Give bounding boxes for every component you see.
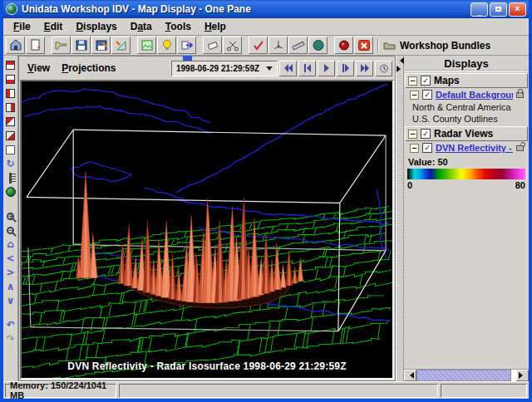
redo-icon[interactable]: ↷ [4,332,17,346]
home-view-icon[interactable]: ⌂ [4,238,17,251]
radar-isosurface-scene [22,81,392,378]
memory-status: Memory: 150/224/1041 MB [5,384,116,398]
step-forward-button[interactable] [337,61,354,76]
measure-button[interactable] [288,37,308,54]
menu-tools[interactable]: Tools [159,19,198,34]
toolbar-separator [377,38,378,52]
globe-view-icon[interactable] [4,185,17,199]
time-slider-marker[interactable] [183,56,192,61]
collapse-toggle-icon[interactable]: − [408,130,417,139]
dashboard-button[interactable] [6,37,25,54]
vertical-scale-icon[interactable] [4,171,17,184]
image-icon [140,39,154,51]
capture-image-button[interactable] [137,37,156,54]
dvn-reflectivity-checkbox[interactable]: ✓ [422,143,432,153]
drawing-tools-button[interactable] [111,37,131,54]
go-end-button[interactable] [356,61,373,76]
map-layer-label: North & Central America [404,101,529,113]
menu-help[interactable]: Help [198,19,233,34]
minimize-button[interactable]: _ [470,2,488,17]
background-maps-checkbox[interactable]: ✓ [422,90,432,100]
window-title: Unidata Workshop IDV - Map Display - One… [22,3,469,15]
view-bottom-cube-icon[interactable] [4,72,17,86]
default-background-maps-row: − ✓ Default Background Ma... [404,88,529,101]
zoom-in-icon[interactable]: + [4,209,17,223]
radar-views-checkbox[interactable]: ✓ [421,129,431,139]
close-button[interactable]: × [509,2,526,17]
maps-section-header: − ✓ Maps [405,73,528,88]
open-bundle-button[interactable] [52,37,71,54]
scroll-left-button[interactable] [404,370,416,381]
pan-down-icon[interactable]: ∨ [4,294,17,307]
lock-icon[interactable] [516,92,524,98]
scroll-right-button[interactable] [516,370,529,381]
unlock-icon[interactable] [516,145,524,151]
station-model-button[interactable] [268,37,288,54]
new-display-button[interactable]: * [26,37,45,54]
view-rail: ↻ + − ⌂ < > ∧ ∨ ↶ ↷ [3,56,18,381]
collapse-toggle-icon[interactable]: − [408,76,417,86]
step-back-button[interactable] [298,61,316,76]
globe-button[interactable] [308,37,328,54]
view-right-cube-icon[interactable] [4,100,17,114]
view-left-cube-icon[interactable] [4,86,17,100]
workshop-bundles-menu[interactable]: Workshop Bundles [383,40,490,51]
loop-mode-button[interactable] [375,61,392,76]
pan-right-icon[interactable]: > [4,266,17,279]
save-bundle-button[interactable] [71,37,91,54]
go-end-icon [360,64,370,72]
tips-button[interactable] [157,37,176,54]
cut-button[interactable] [223,37,242,54]
eraser-icon [206,39,219,51]
view-top-cube-icon[interactable] [4,58,17,71]
reflectivity-colorbar[interactable] [407,169,525,179]
export-button[interactable] [177,37,196,54]
collapse-left-icon[interactable] [397,57,404,64]
collapse-toggle-icon[interactable]: − [410,91,419,100]
menu-view[interactable]: View [22,61,56,76]
undo-icon[interactable]: ↶ [4,318,17,331]
zoom-out-icon[interactable]: − [4,223,17,237]
svg-text:*: * [37,44,41,51]
map-3d-canvas[interactable]: DVN Reflectivity - Radar Isosurface 1998… [20,80,394,380]
menu-file[interactable]: File [7,19,37,34]
delete-button[interactable] [354,37,373,54]
menu-projections[interactable]: Projections [56,61,121,76]
draw-button[interactable] [249,37,268,54]
default-background-maps-link[interactable]: Default Background Ma... [436,90,513,100]
dvn-reflectivity-row: − ✓ DVN Reflectivity - Rada... [404,141,529,154]
rotate-view-icon[interactable]: ↻ [4,157,17,170]
panel-splitter[interactable] [396,56,404,381]
status-message-panel [119,384,438,398]
maximize-button[interactable] [490,2,507,17]
collapse-right-icon[interactable] [397,66,404,72]
time-dropdown[interactable]: 1998-06-29 21:29:59Z [171,61,278,76]
record-movie-button[interactable] [334,37,353,54]
status-bar: Memory: 150/224/1041 MB [3,381,529,399]
menu-displays[interactable]: Displays [69,19,123,34]
eraser-button[interactable] [203,37,222,54]
menu-data[interactable]: Data [124,19,159,34]
legend-horizontal-scrollbar[interactable] [404,369,529,381]
minimize-icon: _ [477,7,482,16]
main-content: ↻ + − ⌂ < > ∧ ∨ ↶ ↷ View Projections [3,56,529,381]
title-bar: Unidata Workshop IDV - Map Display - One… [3,0,529,18]
play-button[interactable] [318,61,335,76]
menu-edit[interactable]: Edit [37,19,70,34]
pan-left-icon[interactable]: < [4,252,17,265]
save-as-button[interactable] [91,37,111,54]
collapse-toggle-icon[interactable]: − [410,144,419,153]
pan-up-icon[interactable]: ∧ [4,280,17,293]
view-back-cube-icon[interactable] [4,129,17,142]
go-start-button[interactable] [279,61,297,76]
globe-icon [312,39,325,51]
reset-box-icon[interactable] [4,143,17,156]
radar-views-section-label: Radar Views [434,128,493,140]
scrollbar-thumb[interactable] [416,370,511,381]
ruler-icon [292,39,305,51]
close-icon: × [515,5,520,13]
scroll-left-icon [406,372,414,379]
maps-visibility-checkbox[interactable]: ✓ [421,76,431,86]
view-front-cube-icon[interactable] [4,115,17,128]
dvn-reflectivity-link[interactable]: DVN Reflectivity - Rada... [436,143,513,153]
